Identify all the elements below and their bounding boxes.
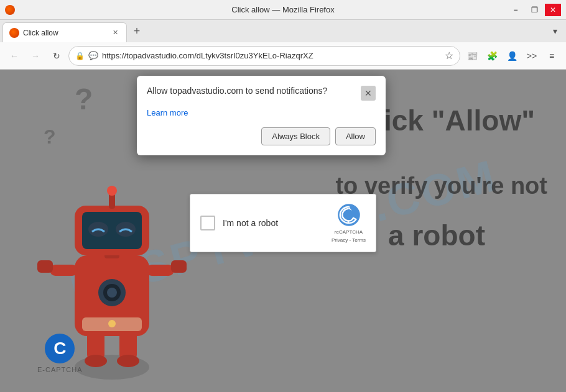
ecaptcha-logo: C E-CAPTCHA: [37, 334, 83, 373]
restore-button[interactable]: ❐: [526, 4, 542, 16]
svg-point-21: [108, 320, 116, 327]
recaptcha-left: I'm not a robot: [200, 216, 278, 230]
recaptcha-brand-text: reCAPTCHA: [335, 229, 363, 235]
allow-button[interactable]: Allow: [335, 127, 376, 145]
recaptcha-widget: I'm not a robot reCAPTCHA Privacy - Term…: [190, 194, 376, 252]
recaptcha-links: Privacy - Terms: [332, 237, 366, 243]
bookmark-star-icon[interactable]: ☆: [445, 50, 453, 62]
notification-popup: Allow topadvastudio.com to send notifica…: [137, 76, 386, 155]
learn-more-link[interactable]: Learn more: [147, 108, 188, 117]
svg-rect-12: [171, 260, 187, 273]
recaptcha-right: reCAPTCHA Privacy - Terms: [332, 203, 366, 243]
new-tab-button[interactable]: +: [128, 20, 146, 42]
popup-buttons: Always Block Allow: [147, 127, 376, 145]
tab-bar: Click allow ✕ + ▾: [0, 20, 566, 42]
firefox-icon: [5, 5, 15, 15]
menu-button[interactable]: ≡: [542, 47, 561, 65]
svg-rect-9: [50, 265, 78, 276]
address-input[interactable]: [102, 51, 441, 60]
svg-point-4: [117, 355, 139, 367]
recaptcha-checkbox[interactable]: [200, 216, 215, 230]
nav-right-icons: 📰 🧩 👤 >> ≡: [463, 47, 561, 65]
svg-rect-11: [37, 260, 53, 273]
more-tools-button[interactable]: >>: [522, 47, 541, 65]
tab-favicon: [9, 28, 19, 38]
extensions-button[interactable]: 🧩: [483, 47, 501, 65]
popup-close-button[interactable]: ✕: [361, 86, 376, 101]
recaptcha-terms-link[interactable]: Terms: [352, 237, 366, 243]
title-bar: Click allow — Mozilla Firefox − ❐ ✕: [0, 0, 566, 20]
close-button[interactable]: ✕: [545, 4, 561, 16]
tab-close-button[interactable]: ✕: [110, 28, 120, 38]
notification-icon: 💬: [88, 51, 98, 60]
question-mark-1: ?: [75, 82, 93, 116]
content-area: MYSPYWARE.COM ? ?: [0, 70, 566, 392]
page-text-line3: a robot: [388, 219, 485, 253]
nav-bar: ← → ↻ 🔒 💬 ☆ 📰 🧩 👤 >> ≡: [0, 42, 566, 70]
active-tab[interactable]: Click allow ✕: [2, 22, 127, 42]
tab-title: Click allow: [23, 29, 106, 37]
ecaptcha-icon: C: [45, 334, 75, 363]
forward-button[interactable]: →: [26, 47, 45, 65]
recaptcha-logo-icon: [337, 203, 361, 227]
profile-button[interactable]: 👤: [503, 47, 521, 65]
back-button[interactable]: ←: [5, 47, 24, 65]
popup-header: Allow topadvastudio.com to send notifica…: [147, 86, 376, 101]
address-bar-container: 🔒 💬 ☆: [68, 46, 460, 66]
reload-button[interactable]: ↻: [47, 47, 66, 65]
tab-list-button[interactable]: ▾: [546, 26, 564, 36]
window-title: Click allow — Mozilla Firefox: [231, 5, 334, 14]
popup-title: Allow topadvastudio.com to send notifica…: [147, 86, 361, 96]
svg-rect-10: [146, 265, 174, 276]
window-controls: − ❐ ✕: [508, 4, 561, 16]
lock-icon: 🔒: [75, 52, 85, 60]
pocket-button[interactable]: 📰: [463, 47, 481, 65]
always-block-button[interactable]: Always Block: [261, 127, 330, 145]
ecaptcha-text: E-CAPTCHA: [37, 366, 83, 373]
svg-point-8: [107, 288, 117, 298]
minimize-button[interactable]: −: [508, 4, 524, 16]
recaptcha-label: I'm not a robot: [223, 218, 278, 228]
svg-point-3: [85, 355, 107, 367]
svg-point-19: [107, 186, 117, 196]
recaptcha-privacy-link[interactable]: Privacy: [332, 237, 348, 243]
